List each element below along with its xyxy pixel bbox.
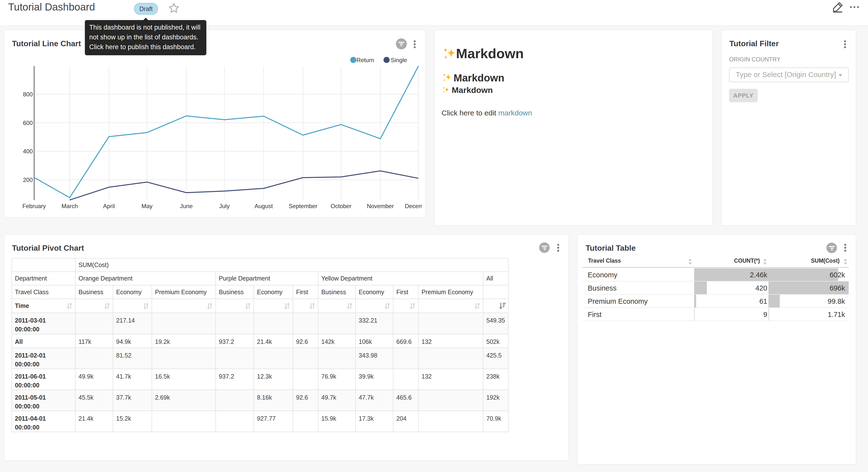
svg-text:Single: Single xyxy=(391,57,407,63)
svg-text:December: December xyxy=(405,203,422,209)
svg-text:November: November xyxy=(367,203,394,209)
svg-text:April: April xyxy=(103,203,115,209)
svg-text:May: May xyxy=(142,203,153,209)
svg-text:June: June xyxy=(180,203,193,209)
svg-text:March: March xyxy=(62,203,78,209)
svg-text:February: February xyxy=(23,203,46,209)
svg-text:600: 600 xyxy=(23,120,33,126)
svg-text:Return: Return xyxy=(356,57,374,63)
svg-text:October: October xyxy=(331,203,351,209)
svg-text:800: 800 xyxy=(23,91,33,97)
svg-text:September: September xyxy=(288,203,317,209)
svg-text:200: 200 xyxy=(23,177,33,183)
svg-text:August: August xyxy=(254,203,273,209)
svg-text:400: 400 xyxy=(23,148,33,154)
svg-text:July: July xyxy=(219,203,229,209)
